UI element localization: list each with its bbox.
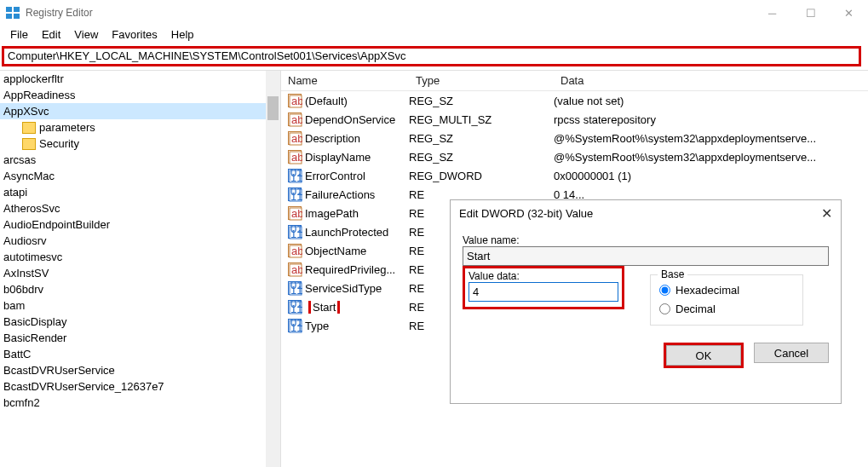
string-value-icon: ab bbox=[288, 112, 302, 126]
maximize-button[interactable]: ☐ bbox=[791, 0, 830, 26]
value-name: RequiredPrivileg... bbox=[305, 263, 409, 276]
tree-item[interactable]: Audiosrv bbox=[0, 233, 280, 249]
value-data: rpcss staterepository bbox=[554, 113, 868, 126]
tree-item[interactable]: BcastDVRUserService_12637e7 bbox=[0, 378, 280, 395]
value-type: REG_DWORD bbox=[409, 170, 554, 182]
col-data[interactable]: Data bbox=[554, 74, 868, 87]
value-row[interactable]: abDescriptionREG_SZ@%SystemRoot%\system3… bbox=[281, 129, 868, 147]
menu-file[interactable]: File bbox=[5, 26, 33, 43]
tree-item[interactable]: bcmfn2 bbox=[0, 395, 280, 411]
tree-item[interactable]: BattC bbox=[0, 346, 280, 362]
menu-favorites[interactable]: Favorites bbox=[106, 26, 162, 43]
value-name: ErrorControl bbox=[305, 170, 409, 182]
string-value-icon: ab bbox=[288, 131, 302, 145]
tree-item[interactable]: AudioEndpointBuilder bbox=[0, 216, 280, 233]
col-type[interactable]: Type bbox=[409, 74, 554, 87]
value-type: REG_SZ bbox=[409, 132, 554, 145]
hex-label: Hexadecimal bbox=[675, 284, 739, 297]
binary-value-icon: 011110 bbox=[288, 319, 302, 332]
menu-help[interactable]: Help bbox=[166, 26, 199, 43]
col-name[interactable]: Name bbox=[281, 74, 409, 87]
binary-value-icon: 011110 bbox=[288, 300, 302, 314]
value-row[interactable]: 011110ErrorControlREG_DWORD0x00000001 (1… bbox=[281, 166, 868, 185]
tree-item[interactable]: autotimesvc bbox=[0, 249, 280, 265]
edit-dword-dialog: Edit DWORD (32-bit) Value ✕ Value name: … bbox=[450, 199, 842, 404]
tree-item[interactable]: bam bbox=[0, 297, 280, 314]
menu-view[interactable]: View bbox=[69, 26, 103, 43]
value-name: ServiceSidType bbox=[305, 282, 409, 295]
address-input[interactable]: Computer\HKEY_LOCAL_MACHINE\SYSTEM\Contr… bbox=[2, 46, 861, 66]
svg-text:ab: ab bbox=[291, 95, 302, 107]
svg-text:ab: ab bbox=[291, 245, 302, 257]
value-name-label: Value name: bbox=[463, 234, 829, 246]
address-bar: Computer\HKEY_LOCAL_MACHINE\SYSTEM\Contr… bbox=[2, 46, 861, 66]
value-type: REG_SZ bbox=[409, 95, 554, 107]
tree-item[interactable]: BcastDVRUserService bbox=[0, 362, 280, 378]
hex-radio[interactable] bbox=[659, 285, 670, 296]
tree-item[interactable]: AsyncMac bbox=[0, 168, 280, 184]
svg-text:ab: ab bbox=[291, 113, 302, 126]
value-type: REG_SZ bbox=[409, 151, 554, 164]
window-title: Registry Editor bbox=[26, 7, 753, 19]
tree-item[interactable]: applockerfltr bbox=[0, 71, 280, 87]
value-row[interactable]: ab(Default)REG_SZ(value not set) bbox=[281, 91, 868, 110]
dec-label: Decimal bbox=[675, 303, 716, 315]
string-value-icon: ab bbox=[288, 150, 302, 164]
tree-item[interactable]: BasicRender bbox=[0, 330, 280, 346]
value-name: Description bbox=[305, 132, 409, 145]
value-name: DependOnService bbox=[305, 113, 409, 126]
svg-text:110: 110 bbox=[290, 284, 302, 296]
tree-item[interactable]: atapi bbox=[0, 184, 280, 200]
value-row[interactable]: abDependOnServiceREG_MULTI_SZrpcss state… bbox=[281, 110, 868, 129]
tree-item[interactable]: Security bbox=[0, 135, 280, 152]
string-value-icon: ab bbox=[288, 262, 302, 276]
tree-item[interactable]: AppXSvc bbox=[0, 103, 280, 119]
tree-item[interactable]: arcsas bbox=[0, 152, 280, 168]
tree-item[interactable]: parameters bbox=[0, 119, 280, 135]
svg-text:110: 110 bbox=[290, 171, 302, 183]
value-name: DisplayName bbox=[305, 151, 409, 164]
tree-item[interactable]: AtherosSvc bbox=[0, 200, 280, 216]
string-value-icon: ab bbox=[288, 94, 302, 107]
dialog-close-icon[interactable]: ✕ bbox=[821, 205, 832, 222]
menubar: File Edit View Favorites Help bbox=[0, 26, 868, 43]
ok-button[interactable]: OK bbox=[666, 345, 741, 366]
svg-text:110: 110 bbox=[290, 190, 302, 202]
value-name: LaunchProtected bbox=[305, 226, 409, 239]
cancel-button[interactable]: Cancel bbox=[754, 343, 829, 363]
tree-item[interactable]: b06bdrv bbox=[0, 281, 280, 297]
value-name: Type bbox=[305, 320, 409, 332]
value-name: ObjectName bbox=[305, 245, 409, 257]
value-name: (Default) bbox=[305, 95, 409, 107]
close-button[interactable]: ✕ bbox=[830, 0, 868, 26]
menu-edit[interactable]: Edit bbox=[37, 26, 66, 43]
list-header: Name Type Data bbox=[281, 71, 868, 91]
value-name: ImagePath bbox=[305, 207, 409, 220]
value-name-input bbox=[463, 246, 829, 266]
binary-value-icon: 011110 bbox=[288, 187, 302, 201]
value-data: (value not set) bbox=[554, 95, 868, 107]
value-data: @%SystemRoot%\system32\appxdeploymentser… bbox=[554, 151, 868, 164]
svg-rect-2 bbox=[6, 14, 12, 19]
string-value-icon: ab bbox=[288, 206, 302, 220]
minimize-button[interactable]: ─ bbox=[753, 0, 791, 26]
value-data-input[interactable] bbox=[468, 282, 618, 302]
svg-text:ab: ab bbox=[291, 151, 302, 164]
svg-rect-1 bbox=[14, 7, 20, 12]
value-data: 0x00000001 (1) bbox=[554, 170, 868, 182]
binary-value-icon: 011110 bbox=[288, 225, 302, 239]
svg-text:110: 110 bbox=[290, 303, 302, 314]
tree-scrollbar[interactable] bbox=[266, 71, 280, 467]
value-name: Start bbox=[305, 301, 409, 314]
svg-text:110: 110 bbox=[290, 228, 302, 239]
tree-item[interactable]: AxInstSV bbox=[0, 265, 280, 281]
value-row[interactable]: abDisplayNameREG_SZ@%SystemRoot%\system3… bbox=[281, 147, 868, 166]
tree-item[interactable]: AppReadiness bbox=[0, 87, 280, 103]
svg-text:ab: ab bbox=[291, 263, 302, 276]
dec-radio[interactable] bbox=[659, 303, 670, 314]
svg-rect-3 bbox=[14, 14, 20, 19]
binary-value-icon: 011110 bbox=[288, 169, 302, 182]
tree-item[interactable]: BasicDisplay bbox=[0, 314, 280, 330]
binary-value-icon: 011110 bbox=[288, 281, 302, 295]
value-type: REG_MULTI_SZ bbox=[409, 113, 554, 126]
